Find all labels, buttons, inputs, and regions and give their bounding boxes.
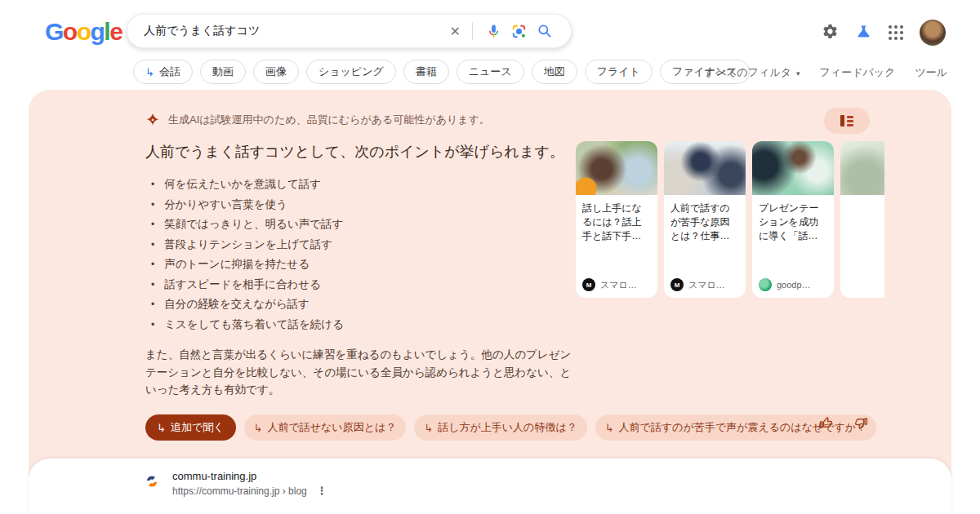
suggested-question-label: 話し方が上手い人の特徴は？	[438, 420, 577, 435]
tools-link[interactable]: ツール	[915, 65, 947, 80]
sge-notice-text: 生成AIは試験運用中のため、品質にむらがある可能性があります。	[168, 113, 490, 127]
sge-notice: 生成AIは試験運用中のため、品質にむらがある可能性があります。	[145, 113, 490, 127]
card-title	[840, 195, 884, 202]
tab-label: 画像	[265, 64, 287, 79]
tab-videos[interactable]: 動画	[200, 60, 246, 84]
source-favicon: M	[582, 278, 595, 291]
converse-arrow-icon: ↳	[145, 66, 154, 78]
sge-answer-paragraph: また、自然と言葉が出るくらいに練習を重ねるのもよいでしょう。他の人のプレゼンテー…	[145, 346, 574, 399]
source-card[interactable]: プレゼンテーションを成功に導く「話… goodp…	[752, 141, 834, 298]
logo-letter: g	[91, 18, 105, 45]
card-thumbnail-image	[576, 141, 657, 195]
sge-ai-panel: 生成AIは試験運用中のため、品質にむらがある可能性があります。 人前でうまく話す…	[29, 90, 951, 514]
header-actions	[822, 20, 946, 46]
account-avatar[interactable]	[920, 20, 946, 46]
sge-followup-row: ↳ 追加で聞く ↳ 人前で話せない原因とは？ ↳ 話し方が上手い人の特徴は？ ↳…	[145, 414, 876, 441]
labs-flask-icon[interactable]	[855, 23, 872, 43]
all-filters-dropdown[interactable]: すべてのフィルタ▾	[705, 65, 800, 80]
apps-grid-icon[interactable]	[889, 25, 903, 40]
tab-books[interactable]: 書籍	[403, 60, 449, 84]
ask-followup-button[interactable]: ↳ 追加で聞く	[145, 414, 236, 441]
sge-bullet-item: ミスをしても落ち着いて話を続ける	[151, 315, 344, 335]
sge-source-carousel[interactable]: 話し上手になるには？話上手と話下手… M スマロ… 人前で話すのが苦手な原因とは…	[576, 141, 884, 304]
card-source-row: M スマロ…	[582, 278, 637, 291]
tab-label: ニュース	[469, 64, 512, 79]
card-thumbnail-image	[840, 141, 884, 195]
converse-arrow-icon: ↳	[157, 422, 166, 434]
logo-letter: G	[45, 18, 63, 45]
tab-images[interactable]: 画像	[253, 60, 299, 84]
tab-label: 地図	[544, 64, 565, 79]
converse-arrow-icon: ↳	[424, 422, 433, 434]
all-filters-label: すべてのフィルタ	[705, 66, 791, 78]
outline-toggle-icon	[840, 115, 844, 126]
google-logo[interactable]: Google	[45, 18, 122, 46]
chevron-down-icon: ▾	[796, 69, 800, 78]
logo-letter: e	[109, 18, 122, 45]
converse-arrow-icon: ↳	[254, 422, 263, 434]
sge-feedback-buttons	[819, 415, 868, 431]
site-favicon	[144, 473, 160, 493]
list-lines-icon	[847, 116, 853, 126]
feedback-link[interactable]: フィードバック	[820, 65, 896, 80]
tab-label: ショッピング	[318, 64, 384, 79]
more-options-icon[interactable]: ⋮	[317, 485, 327, 497]
source-favicon: M	[670, 278, 684, 291]
source-card[interactable]	[840, 141, 884, 298]
ask-followup-label: 追加で聞く	[171, 420, 225, 435]
search-input[interactable]: 人前でうまく話すコツ	[144, 24, 447, 38]
organic-results-panel: commu-training.jp https://commu-training…	[29, 459, 951, 514]
logo-letter: o	[77, 18, 91, 45]
clear-icon[interactable]: ✕	[447, 24, 464, 39]
suggested-question-label: 人前で話せない原因とは？	[267, 420, 396, 435]
tab-label: 書籍	[416, 64, 437, 79]
card-title: 人前で話すのが苦手な原因とは？仕事…	[664, 195, 746, 243]
tab-label: フライト	[597, 64, 640, 79]
tab-news[interactable]: ニュース	[457, 60, 524, 84]
sge-bullet-item: 笑顔ではっきりと、明るい声で話す	[151, 215, 344, 235]
sge-bullet-item: 声のトーンに抑揚を持たせる	[151, 255, 344, 275]
card-source-row: goodp…	[759, 278, 811, 291]
thumbs-down-icon[interactable]	[853, 415, 868, 431]
sge-bullet-item: 分かりやすい言葉を使う	[151, 195, 344, 215]
card-title: 話し上手になるには？話上手と話下手…	[576, 195, 657, 243]
divider	[472, 22, 473, 40]
converse-arrow-icon: ↳	[605, 422, 614, 434]
logo-letter: o	[63, 18, 77, 45]
sge-view-toggle-button[interactable]	[824, 108, 870, 134]
tab-maps[interactable]: 地図	[532, 60, 577, 84]
search-icon[interactable]	[537, 23, 553, 39]
tab-label: 会話	[159, 64, 180, 79]
result-url-row: https://commu-training.jp › blog ⋮	[172, 485, 327, 497]
source-name: スマロ…	[600, 279, 637, 291]
settings-gear-icon[interactable]	[822, 23, 839, 43]
card-thumbnail-image	[752, 141, 834, 195]
tab-flights[interactable]: フライト	[585, 60, 653, 84]
thumbs-up-icon[interactable]	[819, 415, 835, 431]
sge-bullet-item: 普段よりテンションを上げて話す	[151, 235, 344, 255]
search-filter-tabs: ↳ 会話 動画 画像 ショッピング 書籍 ニュース 地図 フライト ファイナンス	[133, 60, 750, 84]
tab-label: 動画	[212, 64, 234, 79]
source-favicon	[759, 278, 772, 291]
suggested-question-chip[interactable]: ↳ 人前で話せない原因とは？	[244, 414, 407, 441]
sge-bullet-item: 何を伝えたいかを意識して話す	[151, 175, 344, 195]
source-card[interactable]: 人前で話すのが苦手な原因とは？仕事… M スマロ…	[664, 141, 746, 298]
sge-bullet-list: 何を伝えたいかを意識して話す 分かりやすい言葉を使う 笑顔ではっきりと、明るい声…	[151, 175, 344, 335]
sge-answer-heading: 人前でうまく話すコツとして、次のポイントが挙げられます。	[145, 142, 619, 162]
card-title: プレゼンテーションを成功に導く「話…	[752, 195, 834, 243]
sge-bullet-item: 自分の経験を交えながら話す	[151, 295, 344, 315]
card-thumbnail-image	[664, 141, 746, 195]
tab-shopping[interactable]: ショッピング	[306, 60, 396, 84]
sge-bullet-item: 話すスピードを相手に合わせる	[151, 275, 344, 295]
microphone-icon[interactable]	[486, 24, 501, 39]
suggested-question-chip[interactable]: ↳ 話し方が上手い人の特徴は？	[414, 414, 586, 441]
card-source-row: M スマロ…	[670, 278, 725, 291]
result-site-name[interactable]: commu-training.jp	[172, 470, 256, 482]
result-url[interactable]: https://commu-training.jp › blog	[172, 485, 307, 497]
tab-converse[interactable]: ↳ 会話	[133, 60, 193, 84]
tabs-right-tools: すべてのフィルタ▾ フィードバック ツール	[705, 65, 947, 80]
source-card[interactable]: 話し上手になるには？話上手と話下手… M スマロ…	[576, 141, 657, 298]
google-lens-icon[interactable]	[511, 24, 527, 39]
search-bar[interactable]: 人前でうまく話すコツ ✕	[127, 14, 572, 48]
source-name: スマロ…	[688, 279, 725, 291]
